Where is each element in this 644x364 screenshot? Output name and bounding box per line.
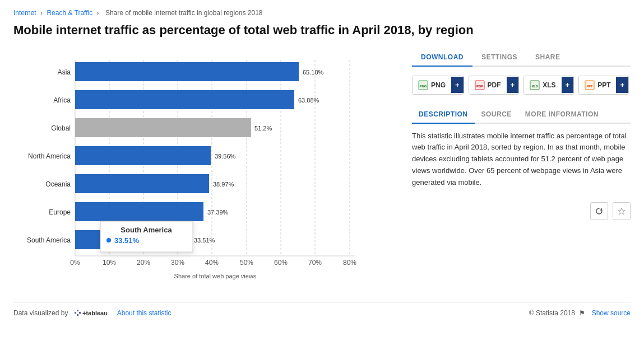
svg-text:Asia: Asia	[58, 68, 71, 76]
star-button[interactable]	[613, 202, 631, 220]
page-title: Mobile internet traffic as percentage of…	[13, 22, 631, 39]
tableau-credit: Data visualized by +tableau	[13, 309, 108, 318]
download-ppt-button[interactable]: PPT PPT +	[578, 76, 629, 95]
svg-text:65.18%: 65.18%	[303, 69, 324, 76]
tab-description[interactable]: DESCRIPTION	[412, 106, 475, 124]
show-source-link[interactable]: Show source	[592, 309, 631, 317]
svg-text:38.97%: 38.97%	[213, 181, 234, 188]
svg-text:PPT: PPT	[587, 85, 593, 88]
download-pdf-button[interactable]: PDF PDF +	[469, 76, 520, 95]
icon-actions	[412, 202, 631, 220]
svg-text:PNG: PNG	[419, 85, 427, 88]
svg-marker-45	[618, 208, 625, 214]
svg-text:Global: Global	[51, 124, 71, 132]
svg-text:70%: 70%	[308, 259, 322, 267]
svg-rect-49	[79, 312, 81, 314]
download-png-button[interactable]: PNG PNG +	[412, 76, 464, 95]
svg-text:60%: 60%	[274, 259, 288, 267]
svg-text:XLS: XLS	[532, 85, 538, 88]
png-icon: PNG	[418, 80, 428, 90]
bar-global	[75, 118, 251, 137]
svg-text:+tableau: +tableau	[82, 310, 108, 316]
bar-africa	[75, 90, 294, 109]
breadcrumb-current: Share of mobile internet traffic in glob…	[105, 9, 263, 17]
svg-text:10%: 10%	[103, 259, 116, 267]
svg-text:80%: 80%	[343, 259, 356, 267]
svg-text:Europe: Europe	[49, 208, 71, 216]
download-buttons: PNG PNG + PDF PDF +	[412, 76, 631, 95]
svg-rect-47	[77, 310, 78, 311]
pdf-icon: PDF	[475, 80, 485, 90]
svg-text:20%: 20%	[137, 259, 150, 267]
xls-icon: XLS	[530, 80, 540, 90]
svg-text:30%: 30%	[171, 259, 184, 267]
tab-settings[interactable]: SETTINGS	[472, 49, 526, 67]
bar-oceania	[75, 174, 209, 193]
breadcrumb: Internet › Reach & Traffic › Share of mo…	[13, 9, 631, 17]
svg-text:South America: South America	[121, 226, 172, 234]
tab-more-info[interactable]: MORE INFORMATION	[518, 106, 605, 124]
breadcrumb-link-internet[interactable]: Internet	[13, 9, 36, 17]
description-text: This statistic illustrates mobile intern…	[412, 130, 631, 189]
svg-rect-48	[77, 314, 78, 316]
about-statistic-link[interactable]: About this statistic	[117, 309, 172, 317]
svg-text:50%: 50%	[240, 259, 253, 267]
svg-text:South America: South America	[27, 236, 71, 244]
svg-point-35	[106, 238, 111, 242]
bar-north-america	[75, 146, 211, 165]
svg-text:39.56%: 39.56%	[215, 153, 236, 160]
svg-text:33.51%: 33.51%	[114, 236, 140, 245]
tab-source[interactable]: SOURCE	[475, 106, 518, 124]
star-icon	[618, 207, 626, 215]
svg-text:Africa: Africa	[53, 96, 71, 104]
copyright: © Statista 2018 ⚑	[529, 309, 585, 317]
footer: Data visualized by +tableau About this s…	[13, 302, 631, 318]
svg-text:0%: 0%	[70, 259, 80, 267]
chart-container: .grid-line { stroke: #ccc; stroke-width:…	[13, 49, 399, 291]
reset-button[interactable]	[590, 202, 608, 220]
svg-text:40%: 40%	[205, 259, 219, 267]
svg-text:37.39%: 37.39%	[207, 209, 229, 216]
tableau-prefix: Data visualized by	[13, 309, 68, 317]
bar-europe	[75, 202, 203, 221]
chart-svg: .grid-line { stroke: #ccc; stroke-width:…	[13, 49, 395, 290]
download-xls-button[interactable]: XLS XLS +	[523, 76, 574, 95]
svg-text:63.88%: 63.88%	[298, 97, 319, 104]
svg-rect-46	[75, 312, 76, 314]
panel-tabs: DOWNLOAD SETTINGS SHARE	[412, 49, 631, 67]
svg-text:Share of total web page views: Share of total web page views	[174, 273, 257, 279]
desc-tabs: DESCRIPTION SOURCE MORE INFORMATION	[412, 106, 631, 124]
tab-share[interactable]: SHARE	[526, 49, 569, 67]
svg-text:North America: North America	[28, 152, 71, 160]
svg-text:51.2%: 51.2%	[254, 125, 272, 132]
svg-text:33.51%: 33.51%	[194, 237, 215, 244]
right-panel: DOWNLOAD SETTINGS SHARE PNG PNG +	[412, 49, 631, 291]
breadcrumb-link-reach[interactable]: Reach & Traffic	[47, 9, 92, 17]
svg-text:PDF: PDF	[476, 85, 483, 88]
ppt-icon: PPT	[585, 80, 595, 90]
svg-text:Oceania: Oceania	[45, 180, 71, 188]
chart-area: .grid-line { stroke: #ccc; stroke-width:…	[13, 49, 399, 291]
reset-icon	[595, 207, 603, 215]
tableau-logo: +tableau	[75, 309, 108, 318]
bar-asia	[75, 62, 299, 81]
tab-download[interactable]: DOWNLOAD	[412, 49, 472, 67]
